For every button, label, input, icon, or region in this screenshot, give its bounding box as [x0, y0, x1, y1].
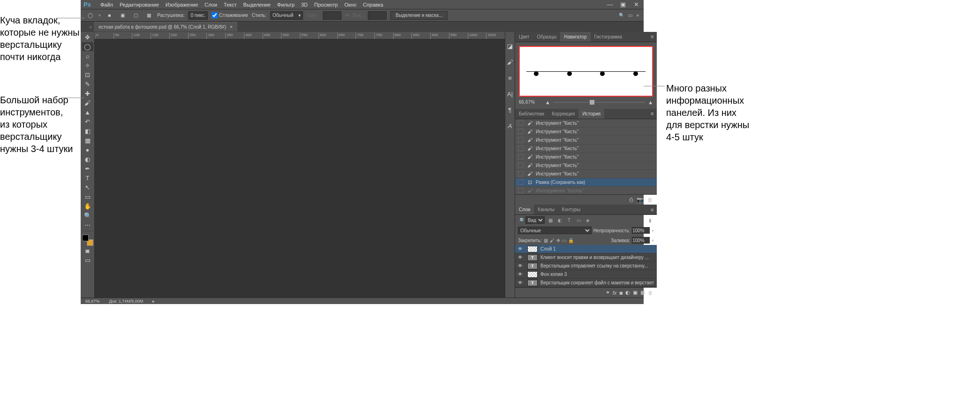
visibility-icon[interactable]: 👁: [518, 255, 524, 260]
menu-file[interactable]: Файл: [100, 2, 113, 8]
search-icon[interactable]: 🔍: [619, 13, 624, 18]
visibility-icon[interactable]: 👁: [518, 246, 524, 252]
stamp-tool[interactable]: ▲: [82, 108, 93, 117]
healing-tool[interactable]: ✚: [82, 89, 93, 98]
dock-swatches-icon[interactable]: ◪: [505, 41, 515, 51]
eraser-tool[interactable]: ◧: [82, 127, 93, 136]
delete-state-icon[interactable]: 🗑: [647, 197, 653, 203]
maximize-icon[interactable]: ▣: [618, 1, 628, 8]
filter-shape-icon[interactable]: ▭: [575, 216, 582, 224]
history-item[interactable]: 🖌Инструмент "Кисть": [515, 145, 657, 153]
history-brush-tool[interactable]: ↶: [82, 117, 93, 126]
filter-pixel-icon[interactable]: ▦: [547, 216, 554, 224]
tab-libraries[interactable]: Библиотеки: [515, 109, 548, 119]
filter-smart-icon[interactable]: ◈: [584, 216, 592, 224]
menu-view[interactable]: Просмотр: [314, 2, 338, 8]
tab-channels[interactable]: Каналы: [534, 205, 558, 214]
zoom-in-icon[interactable]: ▲: [648, 99, 653, 105]
menu-image[interactable]: Изображение: [166, 2, 198, 8]
color-swatches[interactable]: [82, 235, 93, 246]
marquee-tool[interactable]: ◯: [82, 42, 93, 51]
expand-icon[interactable]: »: [636, 13, 639, 18]
adjustment-layer-icon[interactable]: ◐: [625, 290, 630, 296]
layer-name[interactable]: Фон копия 3: [540, 272, 654, 277]
feather-input[interactable]: 0 пикс.: [188, 11, 208, 20]
dock-glyphs-icon[interactable]: A: [505, 121, 515, 130]
visibility-icon[interactable]: 👁: [518, 263, 524, 268]
tab-histogram[interactable]: Гистограмма: [591, 32, 626, 42]
dock-brushes-icon[interactable]: 🖌: [505, 57, 515, 67]
layer-name[interactable]: Верстальщик отправляет ссылку на сверста…: [540, 263, 654, 268]
history-item-checkbox[interactable]: [518, 171, 524, 176]
panel-menu-icon[interactable]: ≡: [647, 109, 657, 119]
lock-all-icon[interactable]: 🔒: [568, 238, 574, 243]
panel-menu-icon[interactable]: ≡: [647, 32, 657, 42]
new-selection-icon[interactable]: ■: [105, 11, 114, 20]
filter-text-icon[interactable]: T: [565, 216, 573, 224]
layer-item[interactable]: 👁Фон копия 3: [515, 270, 657, 279]
style-select[interactable]: Обычный ▾: [270, 11, 303, 20]
fill-input[interactable]: [632, 237, 650, 244]
collapse-icon[interactable]: «: [89, 24, 92, 30]
history-item-checkbox[interactable]: [518, 120, 524, 126]
history-item[interactable]: 🖌Инструмент "Кисть": [515, 187, 657, 195]
lock-pos-icon[interactable]: ✥: [556, 238, 560, 243]
layer-name[interactable]: Верстальщик сохраняет файл с макетом и в…: [540, 280, 654, 285]
layer-item[interactable]: 👁TКлиент вносит правки и возвращает диза…: [515, 253, 657, 262]
layer-thumbnail[interactable]: [527, 246, 538, 252]
history-item[interactable]: ⊡Рамка (Сохранить как): [515, 178, 657, 187]
tab-swatches[interactable]: Образцы: [533, 32, 560, 42]
history-item[interactable]: 🖌Инструмент "Кисть": [515, 161, 657, 170]
text-tool[interactable]: T: [82, 174, 93, 183]
visibility-icon[interactable]: 👁: [518, 272, 524, 277]
layer-item[interactable]: 👁TВерстальщик сохраняет файл с макетом и…: [515, 279, 657, 287]
panel-menu-icon[interactable]: ≡: [647, 205, 657, 214]
move-tool[interactable]: ✥: [82, 33, 93, 42]
history-item[interactable]: 🖌Инструмент "Кисть": [515, 136, 657, 145]
tab-adjustments[interactable]: Коррекция: [548, 109, 578, 119]
layer-name[interactable]: Слой 1: [540, 246, 654, 252]
history-item-checkbox[interactable]: [518, 162, 524, 168]
opacity-input[interactable]: [632, 227, 650, 234]
minimize-icon[interactable]: —: [605, 1, 615, 8]
menu-select[interactable]: Выделение: [243, 2, 271, 8]
edit-toolbar[interactable]: ⋯: [82, 221, 93, 229]
menu-help[interactable]: Справка: [363, 2, 383, 8]
menu-filter[interactable]: Фильтр: [277, 2, 295, 8]
smooth-checkbox[interactable]: Сглаживание: [212, 12, 248, 18]
zoom-out-icon[interactable]: ▲: [545, 99, 550, 105]
new-document-from-state-icon[interactable]: ⎙: [630, 197, 633, 203]
layer-style-icon[interactable]: fx: [613, 290, 617, 296]
hand-tool[interactable]: ✋: [82, 202, 93, 211]
history-item-checkbox[interactable]: [518, 179, 524, 185]
history-item[interactable]: 🖌Инструмент "Кисть": [515, 119, 657, 128]
lock-artboard-icon[interactable]: ▭: [562, 238, 566, 243]
history-item[interactable]: 🖌Инструмент "Кисть": [515, 128, 657, 136]
add-selection-icon[interactable]: ▣: [118, 11, 127, 20]
menu-layers[interactable]: Слои: [205, 2, 217, 8]
close-tab-icon[interactable]: ×: [230, 24, 233, 30]
marquee-tool-icon[interactable]: ◯: [85, 11, 95, 20]
status-zoom[interactable]: 66,67%: [85, 299, 100, 304]
status-doc[interactable]: Док: 1,74M/5,00M: [109, 299, 144, 304]
shape-tool[interactable]: ▭: [82, 192, 93, 201]
navigator-zoom-value[interactable]: 66,67%: [519, 99, 542, 105]
link-layers-icon[interactable]: ⚭: [606, 290, 610, 296]
tab-paths[interactable]: Контуры: [558, 205, 584, 214]
new-layer-icon[interactable]: ▦: [640, 290, 645, 296]
layer-thumbnail[interactable]: T: [527, 280, 538, 286]
refine-edge-button[interactable]: Выделение и маска...: [390, 11, 448, 20]
pen-tool[interactable]: ✒: [82, 164, 93, 173]
eyedropper-tool[interactable]: ✎: [82, 80, 93, 89]
dodge-tool[interactable]: ◐: [82, 155, 93, 164]
document-tab[interactable]: естная работа в фотошопе.psd @ 66,7% (Сл…: [94, 22, 237, 31]
screen-mode-tool[interactable]: ▭: [82, 256, 93, 265]
fg-color-swatch[interactable]: [82, 235, 89, 241]
tab-color[interactable]: Цвет: [515, 32, 533, 42]
history-item[interactable]: 🖌Инструмент "Кисть": [515, 153, 657, 161]
workspace-icon[interactable]: ▭: [628, 13, 632, 18]
menu-edit[interactable]: Редактирование: [120, 2, 159, 8]
history-item[interactable]: 🖌Инструмент "Кисть": [515, 170, 657, 178]
layer-thumbnail[interactable]: T: [527, 263, 538, 269]
status-arrow-icon[interactable]: ▸: [152, 299, 155, 304]
